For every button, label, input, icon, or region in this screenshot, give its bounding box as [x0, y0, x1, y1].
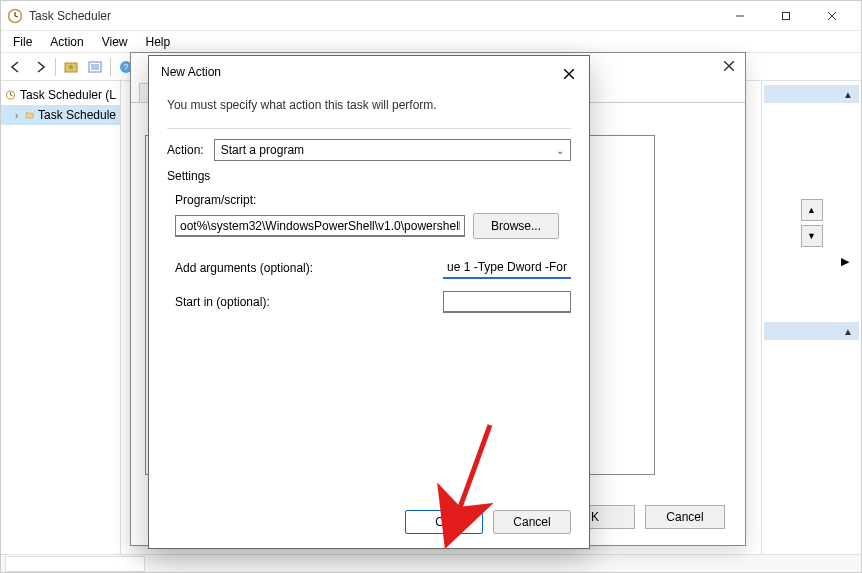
close-button[interactable] — [809, 1, 855, 31]
folder-star-icon — [63, 59, 79, 75]
menubar: File Action View Help — [1, 31, 861, 53]
ok-button[interactable]: OK — [405, 510, 483, 534]
program-label: Program/script: — [175, 193, 345, 207]
minimize-icon — [735, 11, 745, 21]
menu-view[interactable]: View — [94, 33, 136, 51]
close-icon — [827, 11, 837, 21]
program-input[interactable] — [175, 215, 465, 237]
arrow-left-icon — [8, 59, 24, 75]
action-select[interactable]: Start a program ⌄ — [214, 139, 571, 161]
list-button[interactable] — [84, 56, 106, 78]
tree-root-label: Task Scheduler (L — [20, 88, 116, 102]
tree-library-label: Task Schedule — [38, 108, 116, 122]
close-button[interactable] — [559, 64, 579, 84]
close-icon — [563, 68, 575, 80]
close-icon — [723, 60, 735, 72]
back-button[interactable] — [5, 56, 27, 78]
actions-header-2[interactable]: ▲ — [764, 322, 859, 340]
arguments-label: Add arguments (optional): — [175, 261, 345, 275]
menu-action[interactable]: Action — [42, 33, 91, 51]
settings-label: Settings — [167, 169, 571, 183]
statusbar-cell — [5, 556, 145, 572]
menu-help[interactable]: Help — [138, 33, 179, 51]
maximize-button[interactable] — [763, 1, 809, 31]
chevron-right-icon: › — [15, 110, 21, 121]
list-icon — [87, 59, 103, 75]
chevron-up-icon: ▲ — [843, 326, 853, 337]
statusbar — [1, 554, 861, 572]
minimize-button[interactable] — [717, 1, 763, 31]
svg-text:?: ? — [123, 62, 128, 72]
chevron-down-icon: ⌄ — [556, 145, 564, 156]
tree-root[interactable]: Task Scheduler (L — [1, 85, 120, 105]
clock-icon — [5, 87, 16, 103]
divider — [167, 128, 571, 129]
browse-button[interactable]: Browse... — [473, 213, 559, 239]
maximize-icon — [781, 11, 791, 21]
cancel-button[interactable]: Cancel — [493, 510, 571, 534]
chevron-up-icon: ▲ — [843, 89, 853, 100]
toolbar-separator-2 — [110, 58, 111, 76]
next-arrow[interactable]: ▶ — [764, 251, 859, 272]
folder-icon — [25, 107, 34, 123]
start-in-input[interactable] — [443, 291, 571, 313]
tree-library[interactable]: › Task Schedule — [1, 105, 120, 125]
close-button[interactable] — [723, 59, 735, 75]
arguments-input[interactable] — [443, 257, 571, 279]
forward-button[interactable] — [29, 56, 51, 78]
dialog-title: New Action — [149, 56, 589, 88]
start-in-label: Start in (optional): — [175, 295, 345, 309]
action-selected-text: Start a program — [221, 143, 304, 157]
svg-rect-4 — [783, 12, 790, 19]
window-controls — [717, 1, 855, 31]
create-task-button[interactable] — [60, 56, 82, 78]
move-up-button[interactable]: ▲ — [801, 199, 823, 221]
play-icon: ▶ — [841, 255, 849, 268]
titlebar: Task Scheduler — [1, 1, 861, 31]
new-action-dialog: New Action You must specify what action … — [148, 55, 590, 549]
move-down-button[interactable]: ▼ — [801, 225, 823, 247]
actions-header-1[interactable]: ▲ — [764, 85, 859, 103]
window-title: Task Scheduler — [29, 9, 717, 23]
clock-icon — [7, 8, 23, 24]
action-label: Action: — [167, 143, 204, 157]
menu-file[interactable]: File — [5, 33, 40, 51]
left-panel: Task Scheduler (L › Task Schedule — [1, 81, 121, 554]
toolbar-separator — [55, 58, 56, 76]
actions-panel: ▲ ▲ ▼ ▶ ▲ — [761, 81, 861, 554]
arrow-right-icon — [32, 59, 48, 75]
cancel-button[interactable]: Cancel — [645, 505, 725, 529]
instruction-text: You must specify what action this task w… — [167, 98, 571, 112]
